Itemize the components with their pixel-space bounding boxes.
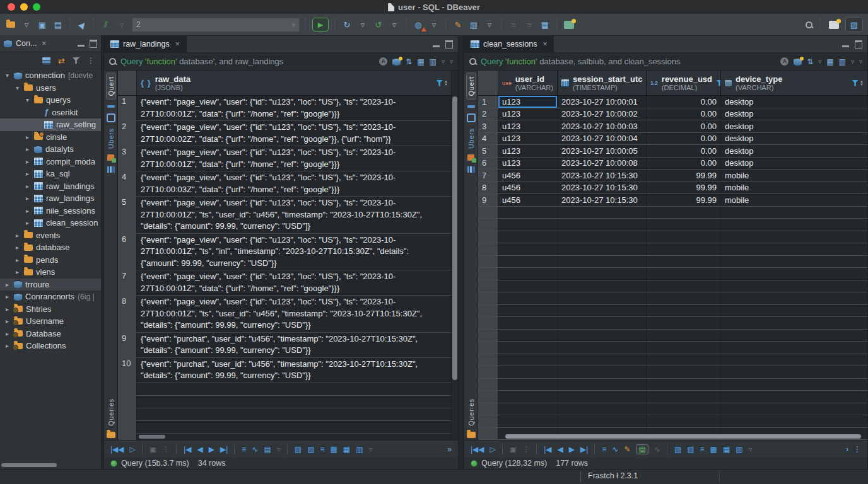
chevron-right-icon[interactable]: ▸ xyxy=(4,293,11,300)
grid-row-5[interactable]: 5u1232023-10-27 10:00:050.00desktop xyxy=(478,145,867,158)
network-status-button[interactable]: ◍ xyxy=(413,18,424,31)
tree-item-cinsle[interactable]: ▸cinsle xyxy=(0,131,101,144)
list-tool-2[interactable]: ▩ xyxy=(710,445,717,454)
chevron-down-icon[interactable]: ▿ xyxy=(442,58,445,65)
grid-tool-dropdown[interactable]: ▿ xyxy=(369,445,373,454)
tree-item-clean_session[interactable]: ▸clean_session xyxy=(0,217,101,229)
sort-icon[interactable]: ⇅ xyxy=(406,57,412,66)
grid-view-icon[interactable]: ▦ xyxy=(417,57,424,66)
sort-icon[interactable]: ⇅ xyxy=(807,57,813,66)
clear-filter-icon[interactable]: A xyxy=(780,57,789,66)
export-button[interactable]: ▣ xyxy=(150,445,156,454)
rollback-dropdown[interactable]: ▿ xyxy=(389,18,400,31)
grid-row-9[interactable]: 9u4562023-10-27 10:15:3099.99mobile xyxy=(478,194,867,207)
tree-item-connection[interactable]: ▾connection[duevte xyxy=(0,69,101,82)
tree-item-Conrancnorts[interactable]: ▸Conrancnorts(6ig | xyxy=(0,291,101,303)
chevron-right-icon[interactable]: ▸ xyxy=(4,330,11,337)
chevron-right-icon[interactable]: ▸ xyxy=(24,170,31,177)
session-start-cell[interactable]: 2023-10-27 10:00:03 xyxy=(558,120,647,132)
grid-row-10[interactable]: 10{"event": "purchat", "user_id": "u456"… xyxy=(118,358,452,383)
revenue-cell[interactable]: 0.00 xyxy=(647,96,721,108)
tree-item-compit_moda[interactable]: ▸compit_moda xyxy=(0,156,101,168)
tree-item-oserikit[interactable]: ƒoserikit xyxy=(0,107,101,119)
user-id-cell[interactable]: u123 xyxy=(498,108,558,120)
device-type-cell[interactable]: desktop xyxy=(721,158,867,170)
user-id-cell[interactable]: u123 xyxy=(498,158,558,170)
session-start-cell[interactable]: 2023-10-27 10:00:01 xyxy=(558,96,647,108)
filter-tool-dropdown[interactable]: ▿ xyxy=(116,18,127,31)
value-viewer-icon[interactable] xyxy=(467,105,475,108)
expand-toolbar-icon[interactable]: › xyxy=(846,445,848,454)
active-panel-button[interactable]: ▤ xyxy=(636,444,648,454)
tree-item-querys[interactable]: ▾querys xyxy=(0,94,101,107)
grid-tool[interactable]: ▦ xyxy=(343,445,350,454)
revenue-cell[interactable]: 0.00 xyxy=(647,120,721,132)
next-row-button[interactable]: ▶ xyxy=(209,445,214,454)
device-type-cell[interactable]: desktop xyxy=(721,120,867,132)
screenshot-button[interactable] xyxy=(829,21,839,29)
grid-row-1[interactable]: 1{"event": "page_view", "user": {"id": "… xyxy=(118,96,452,121)
device-type-cell[interactable]: desktop xyxy=(721,96,867,108)
minimize-window-button[interactable] xyxy=(20,3,28,11)
sidebar-close-icon[interactable]: × xyxy=(42,39,46,48)
raw-data-cell[interactable]: {"event": "page_view", "user": {"id": "u… xyxy=(137,146,452,171)
sql-editor-dropdown[interactable]: ▿ xyxy=(484,18,495,31)
grid-view-icon[interactable]: ▦ xyxy=(826,57,833,66)
commit-dropdown[interactable]: ▿ xyxy=(357,18,368,31)
tree-item-pends[interactable]: ▸pends xyxy=(0,254,101,267)
queries-folder-icon[interactable] xyxy=(107,432,115,438)
grid-row-6[interactable]: 6u1232023-10-27 10:00:080.00desktop xyxy=(478,158,867,170)
chevron-right-icon[interactable]: ▸ xyxy=(24,207,31,214)
chevron-right-icon[interactable]: ▸ xyxy=(14,256,21,263)
device-type-cell[interactable]: mobile xyxy=(721,170,867,182)
filter-tool-button[interactable]: ⫽ xyxy=(100,18,112,31)
row-number[interactable]: 4 xyxy=(118,171,137,196)
copy-button[interactable]: ▤ xyxy=(52,18,64,31)
tab-raw-landings[interactable]: raw_landings × xyxy=(104,36,187,52)
device-type-cell[interactable]: mobile xyxy=(721,194,867,206)
chevron-right-icon[interactable]: ▸ xyxy=(4,281,11,288)
column-filter-icon[interactable] xyxy=(852,80,859,86)
row-number[interactable]: 3 xyxy=(118,146,137,171)
grid-row-2[interactable]: 2u1232023-10-27 10:00:020.00desktop xyxy=(478,108,867,121)
session-start-cell[interactable]: 2023-10-27 10:15:30 xyxy=(558,194,647,206)
list-toggle-button[interactable]: ≡ xyxy=(508,18,519,31)
row-number[interactable]: 3 xyxy=(478,120,498,132)
references-icon[interactable] xyxy=(467,154,474,161)
tree-item-Username[interactable]: ▸Username xyxy=(0,315,101,328)
edit-button[interactable]: ✎ xyxy=(452,18,464,31)
tab-clean-sessions[interactable]: clean_sessions × xyxy=(464,36,554,52)
row-number[interactable]: 10 xyxy=(118,358,137,383)
last-row-button[interactable]: ▶| xyxy=(220,445,228,454)
first-row-button[interactable]: |◀ xyxy=(544,445,551,454)
list-tool-2[interactable]: ▩ xyxy=(331,445,337,454)
column-filter-icon[interactable] xyxy=(436,80,443,86)
metadata-icon[interactable] xyxy=(107,113,115,122)
row-number[interactable]: 9 xyxy=(118,333,137,357)
chevron-down-icon[interactable]: ▾ xyxy=(24,96,31,103)
scrollbar-thumb[interactable] xyxy=(452,96,457,380)
session-start-cell[interactable]: 2023-10-27 10:00:04 xyxy=(558,133,647,145)
revenue-cell[interactable]: 0.00 xyxy=(647,108,721,120)
chart-button[interactable]: ▤ xyxy=(264,445,271,454)
side-tab-users[interactable]: Ubers xyxy=(467,128,475,149)
db-tool-1[interactable]: ▧ xyxy=(295,445,302,454)
revenue-cell[interactable]: 0.00 xyxy=(647,133,721,145)
grid-row-1[interactable]: 1u1232023-10-27 10:00:010.00desktop xyxy=(478,96,867,108)
tree-item-raw_landings[interactable]: ▸raw_landings xyxy=(0,180,101,193)
sync-icon[interactable]: ⇄ xyxy=(58,56,65,66)
revenue-cell[interactable]: 99.99 xyxy=(647,170,721,182)
chevron-down-icon[interactable]: ▾ xyxy=(4,72,11,79)
grid-row-4[interactable]: 4{"event": "page_view", "user": {"id": "… xyxy=(118,171,452,197)
row-number[interactable]: 2 xyxy=(118,121,137,146)
wave-button[interactable]: ∿ xyxy=(252,445,258,454)
row-number[interactable]: 6 xyxy=(118,234,137,270)
next-row-button[interactable]: ▶ xyxy=(569,445,575,454)
grid-row-7[interactable]: 7{"event": "page_view", "user": {"id": "… xyxy=(118,270,452,296)
grid-tool-dropdown[interactable]: ▿ xyxy=(749,445,753,454)
grid-row-3[interactable]: 3{"event": "page_view", "user": {"id": "… xyxy=(118,146,452,171)
prev-row-button[interactable]: ◀ xyxy=(558,445,563,454)
fetch-first-button[interactable]: |◀◀ xyxy=(110,445,124,454)
raw-horizontal-scrollbar[interactable] xyxy=(139,435,165,439)
minimize-view-icon[interactable] xyxy=(433,45,440,47)
